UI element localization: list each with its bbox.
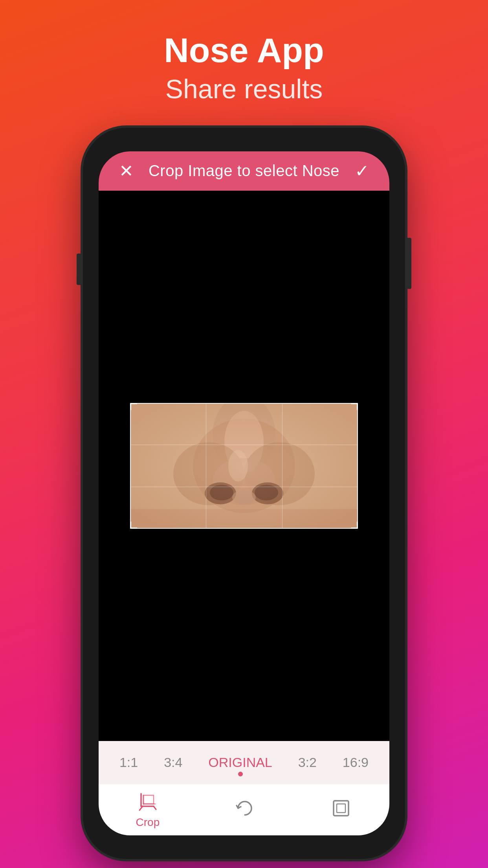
rotate-icon xyxy=(234,797,256,819)
app-subtitle: Share results xyxy=(0,74,488,104)
confirm-icon[interactable]: ✓ xyxy=(350,161,374,181)
ratio-1-1[interactable]: 1:1 xyxy=(112,751,146,774)
app-title: Nose App xyxy=(0,31,488,70)
ratio-bar: 1:1 3:4 ORIGINAL 3:2 16:9 xyxy=(99,741,389,784)
phone-screen: ✕ Crop Image to select Nose ✓ xyxy=(99,151,389,835)
ratio-active-dot xyxy=(238,772,243,776)
svg-rect-23 xyxy=(337,804,345,813)
close-icon[interactable]: ✕ xyxy=(114,161,138,181)
crop-header: ✕ Crop Image to select Nose ✓ xyxy=(99,151,389,191)
ratio-3-4[interactable]: 3:4 xyxy=(156,751,190,774)
corner-tr[interactable] xyxy=(351,403,358,410)
crop-border[interactable] xyxy=(130,403,358,529)
svg-line-21 xyxy=(154,806,156,809)
corner-br[interactable] xyxy=(351,522,358,529)
svg-rect-22 xyxy=(334,801,349,816)
crop-header-title: Crop Image to select Nose xyxy=(149,162,339,180)
crop-icon xyxy=(137,791,159,813)
corner-tl[interactable] xyxy=(130,403,137,410)
crop-image-container[interactable] xyxy=(130,403,358,529)
crop-label: Crop xyxy=(136,816,160,829)
ratio-3-2[interactable]: 3:2 xyxy=(290,751,325,774)
crop-tool[interactable]: Crop xyxy=(136,791,160,829)
rotate-tool[interactable] xyxy=(234,797,256,822)
expand-icon xyxy=(330,797,352,819)
expand-tool[interactable] xyxy=(330,797,352,822)
ratio-16-9[interactable]: 16:9 xyxy=(335,751,376,774)
ratio-original[interactable]: ORIGINAL xyxy=(200,751,280,774)
svg-rect-19 xyxy=(143,795,154,804)
crop-main-area[interactable] xyxy=(99,191,389,741)
corner-bl[interactable] xyxy=(130,522,137,529)
app-header: Nose App Share results xyxy=(0,0,488,128)
bottom-toolbar: Crop xyxy=(99,784,389,835)
phone-frame: ✕ Crop Image to select Nose ✓ xyxy=(83,128,405,859)
nose-image xyxy=(130,403,358,529)
